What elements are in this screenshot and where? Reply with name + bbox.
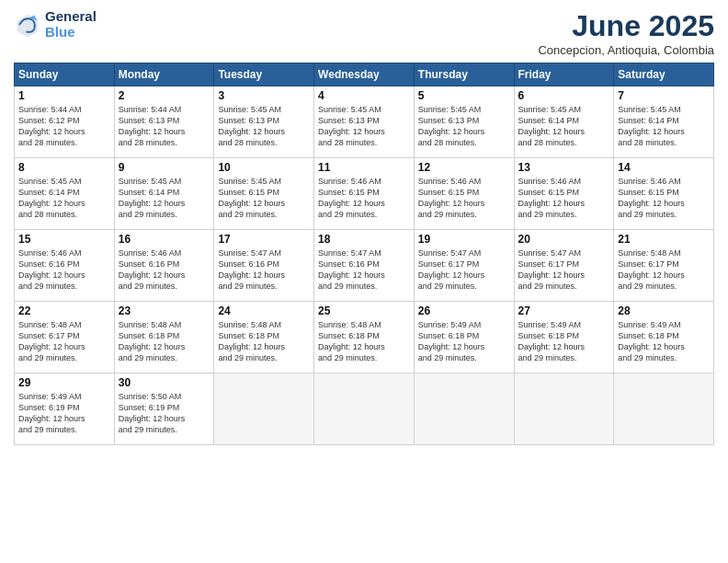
logo-text: General Blue	[45, 9, 97, 40]
calendar-header: SundayMondayTuesdayWednesdayThursdayFrid…	[15, 63, 714, 86]
day-info: Sunrise: 5:47 AM Sunset: 6:16 PM Dayligh…	[218, 247, 310, 293]
day-info: Sunrise: 5:49 AM Sunset: 6:18 PM Dayligh…	[418, 319, 510, 364]
calendar-cell: 29Sunrise: 5:49 AM Sunset: 6:19 PM Dayli…	[15, 373, 115, 445]
day-number: 29	[18, 376, 110, 389]
weekday-header-friday: Friday	[514, 63, 614, 86]
calendar-cell: 7Sunrise: 5:45 AM Sunset: 6:14 PM Daylig…	[614, 86, 714, 158]
weekday-header-monday: Monday	[114, 63, 214, 86]
day-number: 22	[18, 304, 110, 317]
day-info: Sunrise: 5:48 AM Sunset: 6:17 PM Dayligh…	[18, 319, 110, 364]
day-info: Sunrise: 5:45 AM Sunset: 6:14 PM Dayligh…	[518, 104, 610, 149]
calendar-cell: 9Sunrise: 5:45 AM Sunset: 6:14 PM Daylig…	[114, 158, 214, 230]
day-number: 5	[418, 89, 510, 102]
day-info: Sunrise: 5:45 AM Sunset: 6:13 PM Dayligh…	[218, 104, 310, 149]
header: General Blue June 2025 Concepcion, Antio…	[14, 9, 714, 57]
calendar-cell: 5Sunrise: 5:45 AM Sunset: 6:13 PM Daylig…	[414, 86, 514, 158]
calendar-week-3: 22Sunrise: 5:48 AM Sunset: 6:17 PM Dayli…	[15, 302, 714, 373]
day-number: 23	[119, 304, 210, 317]
calendar-week-1: 8Sunrise: 5:45 AM Sunset: 6:14 PM Daylig…	[15, 158, 714, 230]
day-number: 26	[418, 304, 510, 317]
calendar-cell: 21Sunrise: 5:48 AM Sunset: 6:17 PM Dayli…	[614, 230, 714, 302]
day-number: 21	[618, 233, 710, 246]
day-info: Sunrise: 5:44 AM Sunset: 6:13 PM Dayligh…	[119, 104, 210, 149]
day-number: 13	[518, 161, 610, 174]
calendar-cell: 18Sunrise: 5:47 AM Sunset: 6:16 PM Dayli…	[314, 230, 415, 302]
calendar-cell: 4Sunrise: 5:45 AM Sunset: 6:13 PM Daylig…	[314, 86, 415, 158]
weekday-header-saturday: Saturday	[614, 63, 714, 86]
calendar-body: 1Sunrise: 5:44 AM Sunset: 6:12 PM Daylig…	[15, 86, 714, 445]
calendar-cell: 17Sunrise: 5:47 AM Sunset: 6:16 PM Dayli…	[214, 230, 314, 302]
calendar-cell: 16Sunrise: 5:46 AM Sunset: 6:16 PM Dayli…	[114, 230, 214, 302]
day-info: Sunrise: 5:46 AM Sunset: 6:16 PM Dayligh…	[119, 247, 210, 293]
calendar-cell	[514, 373, 614, 445]
calendar-cell: 6Sunrise: 5:45 AM Sunset: 6:14 PM Daylig…	[514, 86, 614, 158]
weekday-header-thursday: Thursday	[414, 63, 514, 86]
day-info: Sunrise: 5:45 AM Sunset: 6:13 PM Dayligh…	[318, 104, 410, 149]
day-number: 25	[318, 304, 410, 317]
calendar-table: SundayMondayTuesdayWednesdayThursdayFrid…	[14, 63, 714, 445]
day-info: Sunrise: 5:47 AM Sunset: 6:17 PM Dayligh…	[418, 247, 510, 293]
calendar-cell	[214, 373, 314, 445]
day-number: 6	[518, 89, 610, 102]
calendar-cell: 3Sunrise: 5:45 AM Sunset: 6:13 PM Daylig…	[214, 86, 314, 158]
calendar-cell: 13Sunrise: 5:46 AM Sunset: 6:15 PM Dayli…	[514, 158, 614, 230]
calendar-week-4: 29Sunrise: 5:49 AM Sunset: 6:19 PM Dayli…	[15, 373, 714, 445]
day-number: 28	[618, 304, 710, 317]
day-number: 15	[18, 233, 110, 246]
day-info: Sunrise: 5:47 AM Sunset: 6:16 PM Dayligh…	[318, 247, 410, 293]
day-info: Sunrise: 5:48 AM Sunset: 6:17 PM Dayligh…	[618, 247, 710, 293]
calendar-cell: 2Sunrise: 5:44 AM Sunset: 6:13 PM Daylig…	[114, 86, 214, 158]
calendar-cell: 12Sunrise: 5:46 AM Sunset: 6:15 PM Dayli…	[414, 158, 514, 230]
day-number: 30	[119, 376, 210, 389]
calendar-cell: 23Sunrise: 5:48 AM Sunset: 6:18 PM Dayli…	[114, 302, 214, 373]
day-number: 7	[618, 89, 710, 102]
day-info: Sunrise: 5:45 AM Sunset: 6:14 PM Dayligh…	[618, 104, 710, 149]
title-block: June 2025 Concepcion, Antioquia, Colombi…	[538, 9, 714, 57]
calendar-cell: 28Sunrise: 5:49 AM Sunset: 6:18 PM Dayli…	[614, 302, 714, 373]
weekday-row: SundayMondayTuesdayWednesdayThursdayFrid…	[15, 63, 714, 86]
calendar-week-0: 1Sunrise: 5:44 AM Sunset: 6:12 PM Daylig…	[15, 86, 714, 158]
calendar-cell: 8Sunrise: 5:45 AM Sunset: 6:14 PM Daylig…	[15, 158, 115, 230]
calendar-cell	[414, 373, 514, 445]
day-number: 16	[119, 233, 210, 246]
day-info: Sunrise: 5:48 AM Sunset: 6:18 PM Dayligh…	[318, 319, 410, 364]
day-number: 1	[18, 89, 110, 102]
day-info: Sunrise: 5:47 AM Sunset: 6:17 PM Dayligh…	[518, 247, 610, 293]
logo-line2: Blue	[45, 24, 75, 40]
calendar-cell: 15Sunrise: 5:46 AM Sunset: 6:16 PM Dayli…	[15, 230, 115, 302]
day-info: Sunrise: 5:46 AM Sunset: 6:15 PM Dayligh…	[418, 176, 510, 221]
day-info: Sunrise: 5:46 AM Sunset: 6:16 PM Dayligh…	[18, 247, 110, 293]
calendar-cell	[614, 373, 714, 445]
calendar-cell: 30Sunrise: 5:50 AM Sunset: 6:19 PM Dayli…	[114, 373, 214, 445]
calendar-cell: 10Sunrise: 5:45 AM Sunset: 6:15 PM Dayli…	[214, 158, 314, 230]
day-info: Sunrise: 5:45 AM Sunset: 6:14 PM Dayligh…	[119, 176, 210, 221]
logo-line1: General	[45, 9, 97, 25]
day-number: 10	[218, 161, 310, 174]
day-info: Sunrise: 5:48 AM Sunset: 6:18 PM Dayligh…	[218, 319, 310, 364]
day-info: Sunrise: 5:48 AM Sunset: 6:18 PM Dayligh…	[119, 319, 210, 364]
day-number: 19	[418, 233, 510, 246]
calendar-cell: 25Sunrise: 5:48 AM Sunset: 6:18 PM Dayli…	[314, 302, 415, 373]
day-number: 20	[518, 233, 610, 246]
calendar-cell: 27Sunrise: 5:49 AM Sunset: 6:18 PM Dayli…	[514, 302, 614, 373]
day-info: Sunrise: 5:45 AM Sunset: 6:13 PM Dayligh…	[418, 104, 510, 149]
day-info: Sunrise: 5:49 AM Sunset: 6:18 PM Dayligh…	[618, 319, 710, 364]
calendar-cell: 1Sunrise: 5:44 AM Sunset: 6:12 PM Daylig…	[15, 86, 115, 158]
day-info: Sunrise: 5:45 AM Sunset: 6:14 PM Dayligh…	[18, 176, 110, 221]
calendar-cell: 20Sunrise: 5:47 AM Sunset: 6:17 PM Dayli…	[514, 230, 614, 302]
day-info: Sunrise: 5:50 AM Sunset: 6:19 PM Dayligh…	[119, 391, 210, 436]
day-info: Sunrise: 5:46 AM Sunset: 6:15 PM Dayligh…	[618, 176, 710, 221]
day-number: 8	[18, 161, 110, 174]
weekday-header-sunday: Sunday	[15, 63, 115, 86]
weekday-header-wednesday: Wednesday	[314, 63, 415, 86]
calendar-week-2: 15Sunrise: 5:46 AM Sunset: 6:16 PM Dayli…	[15, 230, 714, 302]
day-number: 2	[119, 89, 210, 102]
day-info: Sunrise: 5:46 AM Sunset: 6:15 PM Dayligh…	[318, 176, 410, 221]
logo-icon	[14, 11, 41, 39]
day-info: Sunrise: 5:45 AM Sunset: 6:15 PM Dayligh…	[218, 176, 310, 221]
day-number: 27	[518, 304, 610, 317]
day-number: 12	[418, 161, 510, 174]
calendar-cell: 24Sunrise: 5:48 AM Sunset: 6:18 PM Dayli…	[214, 302, 314, 373]
calendar-cell	[314, 373, 415, 445]
day-number: 9	[119, 161, 210, 174]
